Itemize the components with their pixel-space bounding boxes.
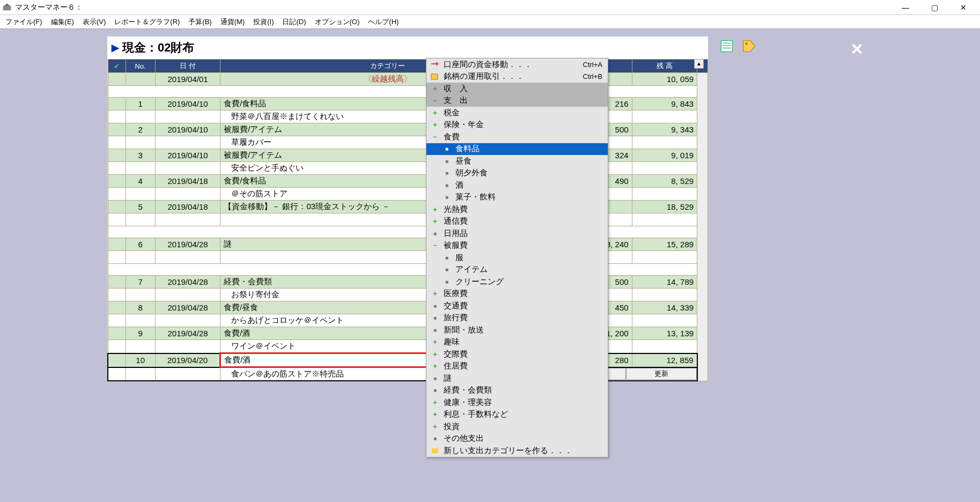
no-cell[interactable]: 3 [126, 149, 155, 162]
detail-row[interactable] [108, 213, 708, 226]
check-cell[interactable] [108, 353, 126, 367]
table-row[interactable]: 62019/04/28謎3, 24015, 289 [108, 238, 708, 251]
date-cell[interactable]: 2019/04/10 [155, 149, 220, 162]
no-cell[interactable]: 2 [126, 123, 155, 136]
date-cell[interactable] [155, 314, 220, 327]
col-no[interactable]: No. [126, 60, 155, 73]
check-cell[interactable] [108, 340, 126, 353]
balance-cell[interactable]: 8, 529 [632, 175, 697, 188]
date-cell[interactable] [155, 340, 220, 353]
popup-category[interactable]: ■交通費 [426, 300, 608, 312]
check-cell[interactable] [108, 238, 126, 251]
balance-cell[interactable]: 9, 843 [632, 98, 697, 110]
editing-row[interactable]: 102019/04/20食費/酒▾28012, 859 [108, 353, 708, 367]
date-cell[interactable]: 2019/04/28 [155, 301, 220, 314]
menu-item[interactable]: レポート＆グラフ(R) [110, 16, 184, 28]
table-row[interactable]: 22019/04/10被服費/アイテム5009, 343 [108, 123, 708, 136]
check-cell[interactable] [108, 314, 126, 327]
popup-category[interactable]: ■旅行費 [426, 312, 608, 324]
balance-cell[interactable]: 13, 139 [632, 327, 697, 340]
popup-category[interactable]: ＋投資 [426, 420, 608, 433]
col-balance[interactable]: 残 高 [632, 60, 697, 73]
check-cell[interactable] [108, 162, 126, 175]
balance-cell[interactable]: 9, 343 [632, 123, 697, 136]
check-cell[interactable] [108, 251, 126, 264]
bal-cell[interactable] [632, 136, 697, 149]
menu-item[interactable]: 予算(B) [184, 16, 216, 28]
popup-category[interactable]: ■その他支出 [426, 433, 608, 445]
popup-subcategory[interactable]: ■クリーニング [426, 276, 608, 288]
date-cell[interactable] [155, 213, 220, 226]
popup-category[interactable]: －被服費 [426, 240, 608, 252]
check-cell[interactable] [108, 149, 126, 162]
popup-subcategory[interactable]: ■酒 [426, 179, 608, 191]
menu-item[interactable]: ヘルプ(H) [364, 16, 403, 28]
popup-subcategory[interactable]: ■朝夕外食 [426, 167, 608, 180]
no-cell[interactable] [126, 340, 155, 353]
date-cell[interactable]: 2019/04/18 [155, 175, 220, 188]
detail-row[interactable]: お祭り寄付金 [108, 289, 708, 301]
popup-category[interactable]: ＋収 入 [426, 83, 608, 95]
popup-category[interactable]: ＋税金 [426, 107, 608, 119]
date-cell[interactable] [155, 251, 220, 264]
check-cell[interactable] [108, 73, 126, 86]
minimize-button[interactable]: — [891, 0, 920, 15]
check-cell[interactable] [108, 98, 126, 110]
popup-subcategory[interactable]: ■菓子・飲料 [426, 191, 608, 204]
table-row[interactable]: 52019/04/18【資金移動】－ 銀行：03現金ストックから －18, 52… [108, 201, 708, 213]
popup-category[interactable]: ＋通信費 [426, 216, 608, 228]
popup-category[interactable]: ＋光熱費 [426, 203, 608, 216]
date-cell[interactable]: 2019/04/10 [155, 123, 220, 136]
close-button[interactable]: ✕ [949, 0, 978, 15]
bal-cell[interactable] [632, 162, 697, 175]
popup-category[interactable]: －支 出 [426, 95, 608, 107]
scroll-up-button[interactable]: ▲ [694, 59, 704, 69]
date-cell[interactable] [155, 110, 220, 123]
col-date[interactable]: 日 付 [155, 60, 220, 73]
check-cell[interactable] [108, 213, 126, 226]
table-row[interactable]: 82019/04/28食費/昼食45014, 339 [108, 301, 708, 314]
no-cell[interactable]: 7 [126, 276, 155, 289]
bal-cell[interactable] [632, 340, 697, 353]
bal-cell[interactable] [632, 251, 697, 264]
popup-action[interactable]: 銘柄の運用取引．．．Ctrl+B [426, 71, 608, 83]
menu-item[interactable]: 通貨(M) [216, 16, 249, 28]
date-cell[interactable] [155, 136, 220, 149]
popup-category[interactable]: ＋利息・手数料など [426, 409, 608, 421]
popup-subcategory[interactable]: ■アイテム [426, 264, 608, 276]
balance-cell[interactable]: 14, 339 [632, 301, 697, 314]
popup-category[interactable]: ■日用品 [426, 227, 608, 240]
check-cell[interactable] [108, 110, 126, 123]
menu-item[interactable]: 表示(V) [78, 16, 110, 28]
check-cell[interactable] [108, 136, 126, 149]
no-cell[interactable] [126, 188, 155, 201]
popup-category[interactable]: ＋医療費 [426, 288, 608, 300]
table-row[interactable]: 92019/04/28食費/酒1, 20013, 139 [108, 327, 708, 340]
bal-cell[interactable] [632, 188, 697, 201]
check-cell[interactable] [108, 123, 126, 136]
date-cell[interactable] [155, 162, 220, 175]
check-cell[interactable] [108, 201, 126, 213]
date-cell[interactable] [155, 289, 220, 301]
popup-action[interactable]: 口座間の資金移動．．．Ctrl+A [426, 58, 608, 71]
detail-row[interactable]: 安全ピンと手ぬぐい [108, 162, 708, 175]
menu-item[interactable]: ファイル(F) [1, 16, 47, 28]
check-cell[interactable] [108, 289, 126, 301]
popup-category[interactable]: －食費 [426, 131, 608, 143]
detail-row[interactable]: 草履カバー [108, 136, 708, 149]
menu-item[interactable]: 日記(D) [278, 16, 310, 28]
close-panel-icon[interactable]: ✕ [850, 40, 864, 58]
popup-category[interactable]: ■謎 [426, 372, 608, 385]
detail-row[interactable]: ＠その筋ストア [108, 188, 708, 201]
check-cell[interactable] [108, 276, 126, 289]
detail-row[interactable]: からあげとコロッケ＠イベント [108, 314, 708, 327]
tag-icon[interactable] [741, 39, 756, 54]
bal-cell[interactable]: 10, 059 [632, 73, 697, 86]
no-cell[interactable]: 8 [126, 301, 155, 314]
no-cell[interactable]: 5 [126, 201, 155, 213]
date-cell[interactable] [155, 367, 220, 381]
popup-category[interactable]: ■経費・会費類 [426, 385, 608, 397]
date-cell[interactable]: 2019/04/10 [155, 98, 220, 110]
col-check[interactable]: ✔ [108, 60, 126, 73]
check-cell[interactable] [108, 301, 126, 314]
